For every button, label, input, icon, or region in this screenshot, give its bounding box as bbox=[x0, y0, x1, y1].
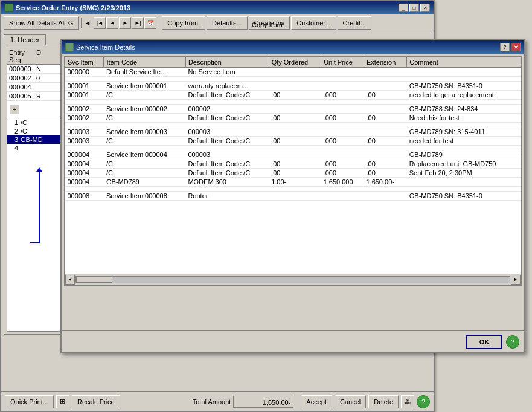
dialog-green-button[interactable]: ? bbox=[506, 335, 519, 349]
spacer-row bbox=[65, 100, 521, 105]
cell-unit-price bbox=[321, 82, 364, 91]
cell-description: MODEM 300 bbox=[185, 178, 269, 187]
cell-svc-item: 000002 bbox=[65, 114, 104, 123]
dialog-overlay: Service Item Details ? ✕ Svc Item Item C… bbox=[0, 0, 532, 412]
col-extension: Extension bbox=[364, 57, 406, 68]
cell-description: Default Item Code /C bbox=[185, 91, 269, 100]
cell-item-code: Service Item 000001 bbox=[104, 82, 185, 91]
cell-item-code: /C bbox=[104, 137, 185, 146]
cell-svc-item: 000008 bbox=[65, 192, 104, 201]
cell-svc-item: 000004 bbox=[65, 178, 104, 187]
cell-description: Default Item Code /C bbox=[185, 169, 269, 178]
cell-extension: .00 bbox=[364, 137, 406, 146]
cell-description: Default Item Code /C bbox=[185, 159, 269, 169]
cell-unit-price: .000 bbox=[321, 91, 364, 100]
cell-description: No Service Item bbox=[185, 68, 269, 77]
spacer-row bbox=[65, 77, 521, 82]
scroll-track[interactable] bbox=[75, 276, 510, 283]
ok-button[interactable]: OK bbox=[466, 335, 502, 349]
cell-extension bbox=[364, 68, 406, 77]
table-row[interactable]: 000004 /C Default Item Code /C .00 .000 … bbox=[65, 169, 521, 178]
cell-extension: .00 bbox=[364, 159, 406, 169]
cell-qty: .00 bbox=[269, 114, 321, 123]
scroll-left-button[interactable]: ◄ bbox=[65, 275, 75, 285]
cell-unit-price bbox=[321, 105, 364, 114]
cell-comment: GB-MD789 bbox=[407, 150, 521, 159]
cell-unit-price bbox=[321, 192, 364, 201]
cell-qty bbox=[269, 127, 321, 137]
cell-extension bbox=[364, 82, 406, 91]
cell-item-code: /C bbox=[104, 91, 185, 100]
col-svc-item: Svc Item bbox=[65, 57, 104, 68]
table-row[interactable]: 000001 /C Default Item Code /C .00 .000 … bbox=[65, 91, 521, 100]
cell-unit-price: .000 bbox=[321, 114, 364, 123]
cell-comment bbox=[407, 68, 521, 77]
cell-comment: GB-MD788 SN: 24-834 bbox=[407, 105, 521, 114]
spacer-row bbox=[65, 187, 521, 192]
table-inner[interactable]: Svc Item Item Code Description Qty Order… bbox=[65, 57, 521, 274]
cell-qty: .00 bbox=[269, 169, 321, 178]
cell-svc-item: 000004 bbox=[65, 169, 104, 178]
table-row[interactable]: 000000 Default Service Ite... No Service… bbox=[65, 68, 521, 77]
dialog-bottom: OK ? bbox=[62, 330, 524, 352]
cell-extension: 1,650.00- bbox=[364, 178, 406, 187]
service-items-table: Svc Item Item Code Description Qty Order… bbox=[65, 57, 521, 201]
col-item-code: Item Code bbox=[104, 57, 185, 68]
table-row[interactable]: 000001 Service Item 000001 warranty repl… bbox=[65, 82, 521, 91]
cell-item-code: Service Item 000003 bbox=[104, 127, 185, 137]
col-unit-price: Unit Price bbox=[321, 57, 364, 68]
cell-item-code: /C bbox=[104, 159, 185, 169]
cell-description: warranty replacem... bbox=[185, 82, 269, 91]
cell-extension bbox=[364, 127, 406, 137]
green-btn-symbol: ? bbox=[511, 338, 514, 346]
table-row[interactable]: 000002 /C Default Item Code /C .00 .000 … bbox=[65, 114, 521, 123]
cell-comment: GB-MD750 SN: B4351-0 bbox=[407, 192, 521, 201]
cell-description: 000003 bbox=[185, 127, 269, 137]
table-row[interactable]: 000004 GB-MD789 MODEM 300 1.00- 1,650.00… bbox=[65, 178, 521, 187]
dialog-help-button[interactable]: ? bbox=[500, 43, 510, 51]
horizontal-scrollbar[interactable]: ◄ ► bbox=[65, 274, 521, 285]
table-row[interactable]: 000002 Service Item 000002 000002 GB-MD7… bbox=[65, 105, 521, 114]
cell-qty bbox=[269, 192, 321, 201]
cell-qty bbox=[269, 68, 321, 77]
cell-svc-item: 000003 bbox=[65, 137, 104, 146]
cell-unit-price bbox=[321, 150, 364, 159]
cell-item-code: Default Service Ite... bbox=[104, 68, 185, 77]
cell-item-code: Service Item 000004 bbox=[104, 150, 185, 159]
table-row[interactable]: 000004 Service Item 000004 000003 GB-MD7… bbox=[65, 150, 521, 159]
spacer-row bbox=[65, 123, 521, 127]
copy-from-label: Copy from . bbox=[252, 21, 286, 28]
cell-description: 000003 bbox=[185, 150, 269, 159]
cell-unit-price: 1,650.000 bbox=[321, 178, 364, 187]
cell-item-code: Service Item 000002 bbox=[104, 105, 185, 114]
cell-unit-price bbox=[321, 127, 364, 137]
table-row[interactable]: 000003 Service Item 000003 000003 GB-MD7… bbox=[65, 127, 521, 137]
cell-item-code: Service Item 000008 bbox=[104, 192, 185, 201]
cell-svc-item: 000004 bbox=[65, 150, 104, 159]
cell-description: Router bbox=[185, 192, 269, 201]
cell-item-code: /C bbox=[104, 114, 185, 123]
dialog-controls: ? ✕ bbox=[500, 43, 521, 51]
scroll-right-button[interactable]: ► bbox=[511, 275, 521, 285]
cell-unit-price: .000 bbox=[321, 137, 364, 146]
cell-comment: needed for test bbox=[407, 137, 521, 146]
spacer-row bbox=[65, 146, 521, 150]
dialog-title-left: Service Item Details bbox=[65, 43, 135, 51]
cell-unit-price: .000 bbox=[321, 169, 364, 178]
cell-extension: .00 bbox=[364, 91, 406, 100]
cell-svc-item: 000001 bbox=[65, 82, 104, 91]
cell-qty: .00 bbox=[269, 91, 321, 100]
cell-svc-item: 000004 bbox=[65, 159, 104, 169]
dialog-close-button[interactable]: ✕ bbox=[511, 43, 521, 51]
cell-qty: .00 bbox=[269, 137, 321, 146]
table-row[interactable]: 000008 Service Item 000008 Router GB-MD7… bbox=[65, 192, 521, 201]
cell-comment: Replacement unit GB-MD750 bbox=[407, 159, 521, 169]
cell-extension: .00 bbox=[364, 114, 406, 123]
cell-qty bbox=[269, 150, 321, 159]
cell-unit-price bbox=[321, 68, 364, 77]
table-row[interactable]: 000004 /C Default Item Code /C .00 .000 … bbox=[65, 159, 521, 169]
table-row[interactable]: 000003 /C Default Item Code /C .00 .000 … bbox=[65, 137, 521, 146]
scroll-thumb[interactable] bbox=[76, 277, 112, 283]
cell-qty: .00 bbox=[269, 159, 321, 169]
col-description: Description bbox=[185, 57, 269, 68]
